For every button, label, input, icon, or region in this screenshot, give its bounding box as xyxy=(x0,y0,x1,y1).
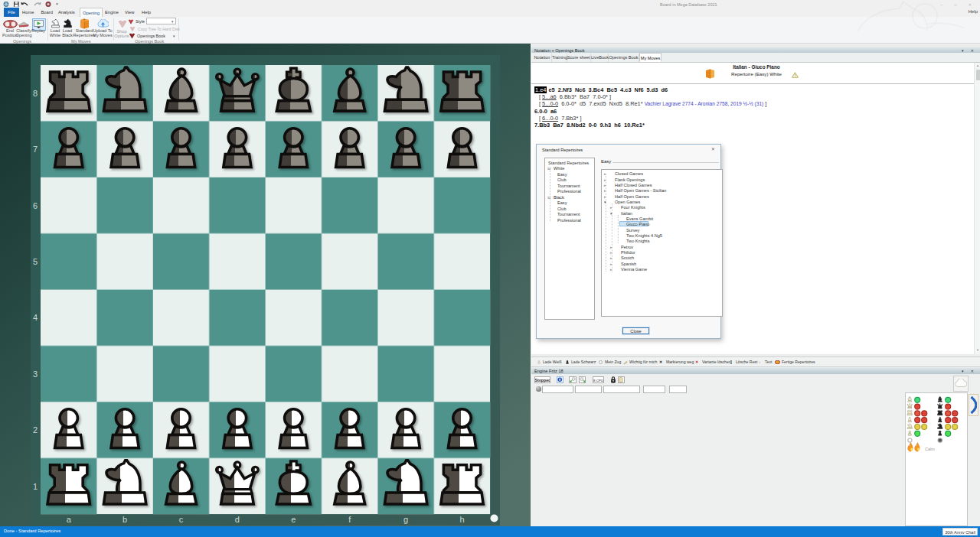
svg-text:4: 4 xyxy=(33,313,38,322)
svg-text:1: 1 xyxy=(33,482,38,491)
svg-text:g: g xyxy=(403,515,408,524)
svg-text:a: a xyxy=(67,515,72,524)
svg-text:3: 3 xyxy=(33,369,38,379)
svg-text:d: d xyxy=(235,515,240,524)
svg-text:8: 8 xyxy=(33,89,38,98)
svg-text:c: c xyxy=(179,515,184,524)
svg-text:7: 7 xyxy=(33,145,38,154)
svg-text:h: h xyxy=(459,515,464,524)
svg-text:6: 6 xyxy=(33,201,38,210)
svg-text:Calm: Calm xyxy=(925,447,935,451)
svg-text:b: b xyxy=(122,515,127,524)
svg-text:5: 5 xyxy=(33,257,38,266)
svg-text:2: 2 xyxy=(33,425,38,434)
svg-text:e: e xyxy=(291,515,296,524)
